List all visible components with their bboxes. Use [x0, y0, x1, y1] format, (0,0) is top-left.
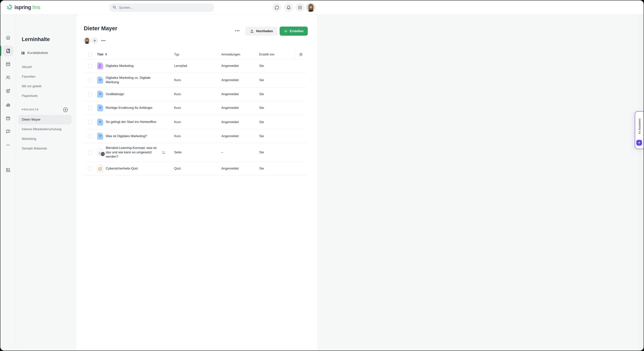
info-window-icon — [6, 116, 10, 121]
upload-button[interactable]: Hochladen — [245, 26, 278, 36]
project-member-avatar[interactable] — [84, 37, 90, 44]
apps-menu-button[interactable] — [296, 3, 304, 12]
row-checkbox[interactable] — [88, 92, 92, 96]
column-enrollments[interactable]: Anmeldungen — [217, 53, 255, 56]
row-checkbox[interactable] — [88, 167, 92, 171]
rail-learning-content-button[interactable] — [3, 46, 14, 56]
table-row[interactable]: A Was ist Digitales Marketing? Kurs Ange — [84, 130, 307, 143]
apps-grid-icon — [298, 5, 302, 10]
item-created-by: Sie — [255, 134, 295, 138]
content-table: Titel Typ Anmeldungen Erstellt von — [84, 50, 307, 176]
rail-add-apps-button[interactable] — [3, 164, 14, 175]
sidebar-item[interactable]: Favoriten — [16, 72, 76, 82]
ispring-flower-icon — [6, 4, 13, 11]
item-enrollment: Angemeldet — [217, 167, 255, 170]
column-title[interactable]: Titel — [93, 53, 170, 56]
user-avatar[interactable] — [306, 3, 315, 12]
item-type: Seite — [170, 150, 217, 154]
svg-text:A: A — [98, 151, 100, 154]
rail-more-button[interactable] — [3, 140, 14, 150]
item-title[interactable]: Grafikdesign — [106, 92, 124, 96]
sidebar-nav-list: AktuellFavoritenMit mir geteiltPapierkor… — [16, 62, 76, 101]
search-input[interactable] — [119, 6, 211, 10]
notifications-button[interactable] — [284, 3, 293, 12]
rail-info-button[interactable] — [3, 113, 14, 124]
row-checkbox[interactable] — [88, 106, 92, 110]
add-project-button[interactable] — [62, 107, 68, 113]
main-panel: Dieter Mayer — [76, 14, 317, 176]
item-title[interactable]: Was ist Digitales Marketing? — [106, 134, 147, 138]
rail-users-button[interactable] — [3, 72, 14, 83]
rail-home-button[interactable] — [3, 32, 14, 43]
select-all-checkbox[interactable] — [88, 52, 92, 56]
item-more-badge[interactable] — [100, 152, 105, 156]
logo[interactable]: ispring lms — [6, 0, 40, 14]
plus-icon — [93, 39, 96, 42]
global-search[interactable] — [109, 3, 214, 12]
course-icon — [97, 90, 104, 98]
rail-help-button[interactable]: ? — [3, 126, 14, 137]
messages-button[interactable] — [272, 3, 281, 12]
item-title[interactable]: Cybersicherheits-Quiz — [106, 166, 138, 171]
item-type: Kurs — [170, 120, 217, 124]
project-item[interactable]: Sample Materials — [16, 144, 76, 153]
target-arrow-icon — [6, 88, 10, 94]
calendar-icon — [6, 62, 10, 67]
logo-product-text: lms — [32, 4, 40, 10]
svg-text:?: ? — [8, 130, 9, 132]
item-created-by: Sie — [255, 92, 295, 96]
rail-reports-button[interactable] — [3, 100, 14, 110]
learning-path-icon — [97, 62, 104, 70]
table-settings-button[interactable] — [295, 50, 307, 59]
add-member-button[interactable] — [91, 37, 98, 44]
plus-icon — [284, 29, 288, 33]
project-item[interactable]: Interne Mitarbeiterschulung — [16, 124, 76, 134]
sidebar: Lerninhalte Kursbibliothek AktuellFavori… — [16, 14, 76, 176]
sidebar-item[interactable]: Aktuell — [16, 62, 76, 72]
row-checkbox[interactable] — [88, 134, 92, 138]
sidebar-item[interactable]: Mit mir geteilt — [16, 82, 76, 91]
item-enrollment: Angemeldet — [217, 64, 255, 68]
item-title[interactable]: Blended-Learning-Konzept: was ist das un… — [106, 146, 160, 159]
help-bubble-icon: ? — [6, 129, 10, 134]
item-title[interactable]: Digitales Marketing — [106, 64, 134, 68]
row-checkbox[interactable] — [88, 64, 92, 68]
logo-brand-text: ispring — [14, 4, 31, 10]
top-bar: ispring lms — [0, 0, 322, 14]
table-row[interactable]: A Richtige Ernährung für Anfänger Kurs A — [84, 101, 307, 115]
column-type[interactable]: Typ — [170, 53, 217, 56]
item-title[interactable]: Digitales Marketing vs. Digitale Werbung — [106, 76, 160, 84]
table-row[interactable]: A Grafikdesign Kurs Angemeldet Sie — [84, 88, 307, 101]
item-enrollment: Angemeldet — [217, 120, 255, 124]
table-row[interactable]: A Cybersicherheits-Quiz Quiz Angemeldet — [84, 162, 307, 176]
table-row[interactable]: A Digitales Marketing vs. Digitale Werbu… — [84, 73, 307, 88]
page-title: Dieter Mayer — [84, 25, 117, 32]
rail-goals-button[interactable] — [3, 86, 14, 96]
table-row[interactable]: A So gelingt der Start ins Homeoffice Ku… — [84, 115, 307, 130]
member-more-button[interactable] — [100, 38, 107, 42]
page-more-button[interactable] — [234, 29, 241, 33]
sidebar-item-course-library[interactable]: Kursbibliothek — [21, 49, 48, 57]
course-icon — [97, 118, 104, 126]
bell-icon — [286, 5, 291, 10]
selected-accent-bar — [0, 46, 1, 56]
table-row[interactable]: A Blended-Learning-Konzept: was ist das … — [84, 143, 307, 162]
item-created-by: Sie — [255, 78, 295, 82]
create-button[interactable]: Erstellen — [280, 26, 308, 36]
item-type: Quiz — [170, 167, 217, 170]
item-title[interactable]: Richtige Ernährung für Anfänger — [106, 106, 152, 110]
row-checkbox[interactable] — [88, 150, 92, 154]
search-icon — [112, 5, 116, 10]
sidebar-item-label: Kursbibliothek — [27, 51, 48, 55]
item-title[interactable]: So gelingt der Start ins Homeoffice — [106, 120, 156, 124]
column-created-by[interactable]: Erstellt von — [255, 53, 295, 56]
row-checkbox[interactable] — [88, 78, 92, 82]
sidebar-item[interactable]: Papierkorb — [16, 91, 76, 101]
sort-asc-icon — [105, 53, 108, 56]
row-checkbox[interactable] — [88, 120, 92, 124]
project-item[interactable]: Dieter Mayer — [18, 115, 72, 124]
item-type: Kurs — [170, 134, 217, 138]
table-row[interactable]: A Digitales Marketing Lernpfad Angemelde — [84, 59, 307, 73]
rail-calendar-button[interactable] — [3, 59, 14, 70]
project-item[interactable]: Marketing — [16, 134, 76, 144]
